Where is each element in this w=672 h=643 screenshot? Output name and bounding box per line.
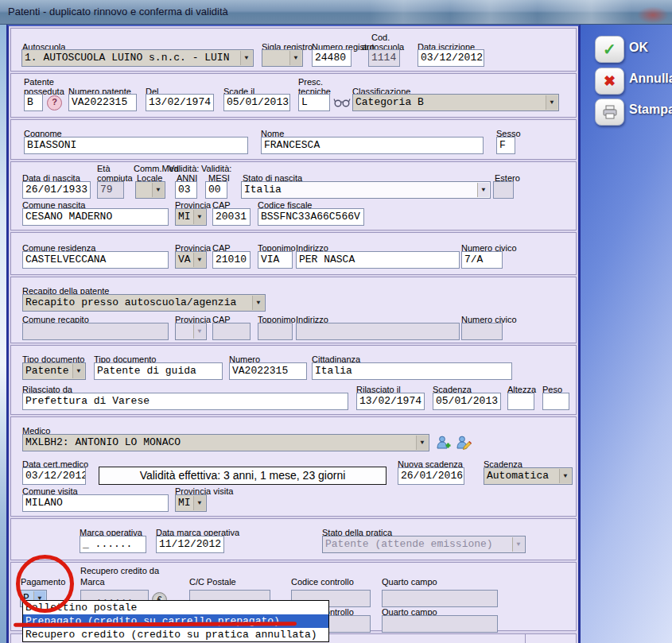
chevron-down-icon[interactable]: ▼ xyxy=(252,296,264,310)
nome-input[interactable]: FRANCESCA xyxy=(261,137,484,154)
eta-label-1: Età xyxy=(97,164,111,173)
printer-icon xyxy=(602,105,618,119)
recapito-patente-select[interactable]: Recapito presso autoscuola/agenzia ▼ xyxy=(22,294,266,312)
title-bar[interactable]: Patenti - duplicato rinnovo e conferma d… xyxy=(0,0,672,25)
pagamento-option-bollettino[interactable]: Bollettino postale xyxy=(23,601,328,614)
chevron-down-icon[interactable]: ▼ xyxy=(559,469,571,483)
peso-input[interactable] xyxy=(542,393,569,410)
marca-operativa-input[interactable]: _ ...... xyxy=(80,536,146,553)
scadenza-documento-input[interactable]: 05/01/2013 xyxy=(433,393,501,410)
provincia-nascita-select[interactable]: MI ▼ xyxy=(175,208,207,226)
rilasciato-da-input[interactable]: Prefettura di Varese xyxy=(22,393,348,410)
data-cert-medico-input[interactable]: 03/12/2012 xyxy=(22,467,86,485)
red-circle-annotation xyxy=(16,555,74,613)
close-button-glow[interactable] xyxy=(637,6,669,24)
numero-documento-input[interactable]: VA2022315 xyxy=(229,362,307,380)
chevron-down-icon[interactable]: ▼ xyxy=(152,183,164,197)
tipo-documento-select-value: Patente xyxy=(25,365,69,377)
chevron-down-icon[interactable]: ▼ xyxy=(72,364,84,378)
chevron-down-icon[interactable]: ▼ xyxy=(240,51,252,65)
validita-anni-label-1: Validità: xyxy=(169,164,199,173)
cod-autoscuola-label-1: Cod. xyxy=(371,33,390,42)
quarto-campo-label: Quarto campo xyxy=(382,577,437,587)
stato-pratica-select: Patente (attende emissione) ▼ xyxy=(322,536,526,553)
pagamento-option-recupero[interactable]: Recupero credito (credito su pratica ann… xyxy=(23,628,328,641)
numero-patente-input[interactable]: VA2022315 xyxy=(68,94,137,111)
nuova-scadenza-input[interactable]: 26/01/2016 xyxy=(398,467,464,485)
left-gradient-strip xyxy=(0,24,6,643)
add-medico-icon[interactable] xyxy=(436,435,453,451)
cap-residenza-input[interactable]: 21010 xyxy=(212,251,251,269)
chevron-down-icon[interactable]: ▼ xyxy=(289,51,301,65)
cognome-input[interactable]: BIASSONI xyxy=(24,137,248,154)
validita-mesi-input[interactable]: 00 xyxy=(205,181,227,199)
help-icon[interactable]: ? xyxy=(47,95,62,110)
presc-tecniche-label-1: Presc. xyxy=(298,77,323,87)
comune-nascita-input[interactable]: CESANO MADERNO xyxy=(22,208,169,226)
chevron-down-icon[interactable]: ▼ xyxy=(477,183,489,197)
comune-visita-input[interactable]: MILANO xyxy=(22,494,169,512)
classificazione-select[interactable]: Categoria B ▼ xyxy=(352,94,559,111)
stato-nascita-value: Italia xyxy=(244,184,282,196)
medico-select[interactable]: MXLBH2: ANTONIO LO MONACO ▼ xyxy=(22,434,429,451)
data-marca-operativa-input[interactable]: 11/12/2012 xyxy=(156,536,224,553)
glasses-icon xyxy=(333,97,351,107)
indirizzo-input[interactable]: PER NASCA xyxy=(296,251,460,269)
sesso-input[interactable]: F xyxy=(496,137,515,154)
scadenza-mode-value: Automatica xyxy=(487,470,549,482)
recapito-patente-value: Recapito presso autoscuola/agenzia xyxy=(25,296,236,308)
comm-med-locale-select[interactable]: ▼ xyxy=(135,181,165,199)
stampa-button-label[interactable]: Stampa xyxy=(629,103,672,117)
autoscuola-select[interactable]: 1. AUTOSCUOLA LUINO s.n.c. - LUIN ▼ xyxy=(21,49,254,67)
altezza-input[interactable] xyxy=(507,393,534,410)
toponimo-input[interactable]: VIA xyxy=(258,251,293,269)
quarto-campo-2-input xyxy=(382,615,498,633)
rilasciato-il-input[interactable]: 13/02/1974 xyxy=(356,393,425,410)
cittadinanza-input[interactable]: Italia xyxy=(312,362,512,380)
comune-recapito-input xyxy=(22,323,169,340)
validita-anni-input[interactable]: 03 xyxy=(175,181,197,199)
data-iscrizione-input[interactable]: 03/12/2012 xyxy=(418,49,484,67)
chevron-down-icon[interactable]: ▼ xyxy=(416,436,428,450)
cross-icon: ✖ xyxy=(604,74,616,88)
codice-controllo-label: Codice controllo xyxy=(291,577,354,587)
del-input[interactable]: 13/02/1974 xyxy=(146,94,214,111)
cap-nascita-input[interactable]: 20031 xyxy=(212,208,251,226)
provincia-nascita-value: MI xyxy=(178,211,191,223)
numero-civico-input[interactable]: 7/A xyxy=(461,251,503,269)
comune-residenza-input[interactable]: CASTELVECCANA xyxy=(22,251,169,269)
validita-mesi-label-1: Validità: xyxy=(201,164,231,173)
tipo-documento-input[interactable]: Patente di guida xyxy=(94,362,223,380)
scadenza-mode-select[interactable]: Automatica ▼ xyxy=(484,467,573,485)
provincia-residenza-select[interactable]: VA ▼ xyxy=(175,251,207,269)
data-nascita-input[interactable]: 26/01/1933 xyxy=(22,181,91,199)
recupero-credito-label: Recupero credito da xyxy=(80,566,159,575)
chevron-down-icon[interactable]: ▼ xyxy=(193,210,205,224)
scade-il-input[interactable]: 05/01/2013 xyxy=(223,94,290,111)
edit-medico-icon[interactable] xyxy=(456,435,472,451)
tipo-documento-select[interactable]: Patente ▼ xyxy=(22,362,86,380)
annulla-button-label[interactable]: Annulla xyxy=(629,72,672,86)
validita-effettiva-box: Validità effettiva: 3 anni, 1 mese, 23 g… xyxy=(99,467,386,485)
annulla-button[interactable]: ✖ xyxy=(595,68,624,95)
cc-postale-label: C/C Postale xyxy=(189,577,236,587)
patente-posseduta-input[interactable]: B xyxy=(24,94,43,111)
patenti-window: { "window": { "title": "Patenti - duplic… xyxy=(0,0,672,643)
patente-posseduta-label-1: Patente xyxy=(24,77,54,87)
ok-button-label[interactable]: OK xyxy=(629,41,648,55)
provincia-visita-select[interactable]: MI ▼ xyxy=(175,494,207,512)
stampa-button[interactable] xyxy=(595,99,624,126)
presc-tecniche-input[interactable]: L xyxy=(298,94,330,111)
classificazione-value: Categoria B xyxy=(355,96,424,108)
numero-registro-input[interactable]: 24480 xyxy=(312,49,352,67)
stato-pratica-value: Patente (attende emissione) xyxy=(325,538,493,550)
chevron-down-icon[interactable]: ▼ xyxy=(193,253,205,267)
codice-fiscale-input[interactable]: BSSFNC33A66C566V xyxy=(258,208,364,226)
chevron-down-icon[interactable]: ▼ xyxy=(193,496,205,510)
window-title: Patenti - duplicato rinnovo e conferma d… xyxy=(8,6,228,17)
chevron-down-icon[interactable]: ▼ xyxy=(546,95,557,110)
sigla-registro-select[interactable]: ▼ xyxy=(262,49,303,67)
ok-button[interactable]: ✓ xyxy=(595,36,624,63)
chevron-down-icon: ▼ xyxy=(512,537,524,552)
stato-nascita-select[interactable]: Italia ▼ xyxy=(241,181,491,199)
